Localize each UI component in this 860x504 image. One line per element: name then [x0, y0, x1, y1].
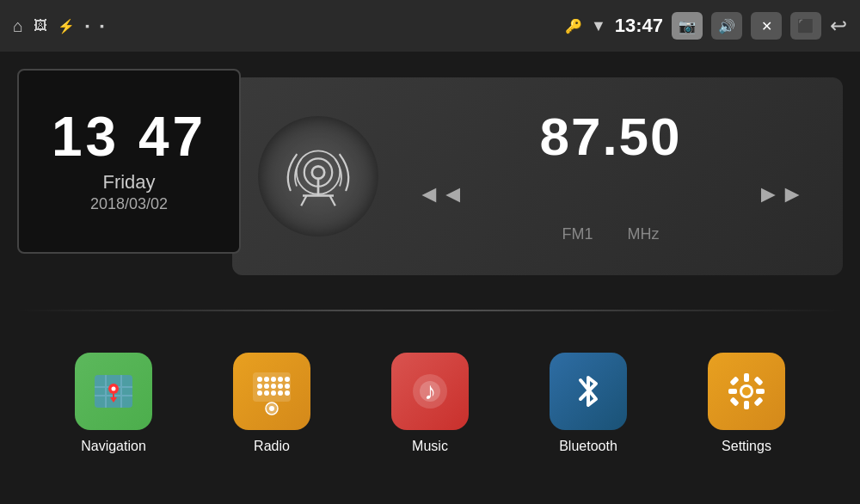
- sd2-icon[interactable]: ▪: [100, 19, 104, 33]
- music-icon: ♪: [391, 353, 469, 430]
- usb-icon[interactable]: ⚡: [58, 18, 75, 34]
- svg-point-28: [264, 390, 269, 396]
- image-icon[interactable]: 🖼: [34, 18, 47, 34]
- svg-rect-44: [729, 396, 739, 406]
- app-item-navigation[interactable]: Navigation: [75, 353, 152, 454]
- radio-widget[interactable]: 87.50 ◄◄ ►► FM1 MHz: [232, 77, 843, 275]
- antenna-svg: [280, 138, 357, 215]
- svg-rect-41: [756, 389, 765, 394]
- svg-rect-39: [744, 401, 749, 409]
- radio-buttons-row: ◄◄ ►►: [404, 176, 817, 212]
- app-item-music[interactable]: ♪ Music: [391, 353, 469, 454]
- radio-frequency: 87.50: [539, 110, 681, 163]
- status-left-icons: ⌂ 🖼 ⚡ ▪ ▪: [13, 16, 104, 36]
- radio-next-button[interactable]: ►►: [744, 176, 817, 212]
- home-icon[interactable]: ⌂: [13, 16, 23, 36]
- svg-point-24: [271, 384, 276, 389]
- wifi-icon: ▼: [591, 17, 606, 35]
- svg-point-27: [257, 390, 262, 396]
- clock-day: Friday: [102, 171, 155, 194]
- bluetooth-icon: [550, 353, 627, 430]
- back-button[interactable]: ↩: [830, 14, 847, 38]
- camera-button[interactable]: 📷: [672, 12, 703, 40]
- svg-point-17: [257, 377, 262, 382]
- clock-widget[interactable]: 13 47 Friday 2018/03/02: [17, 69, 241, 254]
- svg-point-31: [285, 390, 290, 396]
- music-svg: ♪: [407, 368, 453, 415]
- svg-point-21: [285, 377, 290, 382]
- screen-button[interactable]: ⬛: [790, 12, 821, 40]
- settings-label: Settings: [722, 439, 771, 454]
- status-right-icons: 🔑 ▼ 13:47 📷 🔊 ✕ ⬛ ↩: [565, 12, 847, 40]
- svg-point-0: [312, 166, 324, 178]
- settings-icon: [708, 353, 785, 430]
- radio-prev-button[interactable]: ◄◄: [404, 176, 477, 212]
- svg-point-20: [278, 377, 283, 382]
- svg-rect-43: [753, 376, 763, 385]
- app-item-bluetooth[interactable]: Bluetooth: [550, 353, 627, 454]
- radio-antenna-icon: [258, 116, 378, 237]
- svg-point-19: [271, 377, 276, 382]
- svg-point-18: [264, 377, 269, 382]
- key-icon: 🔑: [565, 18, 582, 34]
- app-item-radio[interactable]: Radio: [233, 353, 310, 454]
- svg-point-23: [264, 384, 269, 389]
- svg-point-13: [112, 387, 116, 391]
- clock-time: 13 47: [52, 109, 206, 164]
- app-item-settings[interactable]: Settings: [708, 353, 785, 454]
- settings-svg: [723, 368, 770, 415]
- status-time: 13:47: [615, 15, 663, 37]
- svg-rect-40: [728, 389, 737, 394]
- music-label: Music: [412, 439, 448, 454]
- svg-rect-38: [744, 373, 749, 382]
- svg-rect-42: [729, 376, 739, 385]
- radio-band-row: FM1 MHz: [562, 225, 660, 243]
- navigation-label: Navigation: [81, 439, 146, 454]
- svg-point-33: [269, 406, 274, 411]
- svg-point-30: [278, 390, 283, 396]
- navigation-icon: [75, 353, 152, 430]
- radio-label: Radio: [254, 439, 290, 454]
- radio-unit: MHz: [628, 225, 660, 243]
- main-content: 13 47 Friday 2018/03/02: [0, 52, 860, 504]
- svg-text:♪: ♪: [424, 378, 436, 404]
- status-bar: ⌂ 🖼 ⚡ ▪ ▪ 🔑 ▼ 13:47 📷 🔊 ✕ ⬛ ↩: [0, 0, 860, 52]
- volume-button[interactable]: 🔊: [711, 12, 742, 40]
- radio-app-icon: [233, 353, 310, 430]
- svg-rect-45: [753, 396, 763, 406]
- svg-line-5: [301, 196, 306, 206]
- svg-point-46: [742, 387, 751, 396]
- svg-point-26: [285, 384, 290, 389]
- svg-point-25: [278, 384, 283, 389]
- widget-area: 13 47 Friday 2018/03/02: [0, 52, 860, 310]
- apps-area: Navigation: [0, 311, 860, 504]
- radio-dots-svg: [246, 366, 298, 417]
- nav-map-svg: [90, 368, 137, 415]
- bluetooth-svg: [565, 368, 611, 415]
- radio-band: FM1: [562, 225, 593, 243]
- svg-line-6: [330, 196, 335, 206]
- clock-date: 2018/03/02: [90, 195, 168, 213]
- radio-controls: 87.50 ◄◄ ►► FM1 MHz: [404, 110, 817, 243]
- bluetooth-label: Bluetooth: [559, 439, 617, 454]
- sd1-icon[interactable]: ▪: [85, 19, 89, 33]
- close-button[interactable]: ✕: [751, 12, 782, 40]
- svg-point-22: [257, 384, 262, 389]
- svg-point-29: [271, 390, 276, 396]
